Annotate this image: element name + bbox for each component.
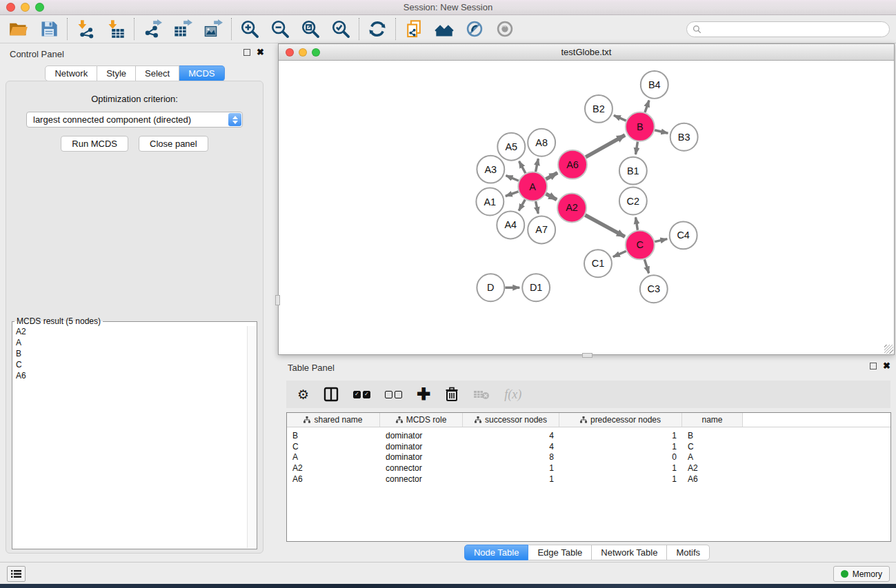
- graph-node-a7[interactable]: A7: [528, 216, 555, 243]
- tab-select[interactable]: Select: [136, 65, 179, 81]
- zoom-in-icon[interactable]: [239, 19, 260, 39]
- graph-edge-c-c2[interactable]: [636, 217, 638, 230]
- graph-node-d1[interactable]: D1: [522, 274, 550, 301]
- close-panel-button[interactable]: Close panel: [139, 136, 208, 152]
- hide-graphics-details-icon[interactable]: [464, 19, 485, 39]
- column-header-successor-nodes[interactable]: successor nodes: [463, 413, 559, 427]
- result-list-scrollbar[interactable]: [247, 326, 256, 548]
- mcds-result-item[interactable]: A: [13, 337, 247, 348]
- close-table-panel-icon[interactable]: ✖: [883, 363, 890, 369]
- tab-node-table[interactable]: Node Table: [464, 545, 529, 560]
- column-header-mcds-role[interactable]: MCDS role: [380, 413, 463, 427]
- graph-edge-a6-b[interactable]: [586, 135, 625, 157]
- graph-node-b1[interactable]: B1: [619, 157, 647, 185]
- zoom-out-icon[interactable]: [270, 19, 290, 39]
- graph-edge-a-a6[interactable]: [546, 173, 557, 179]
- clone-network-icon[interactable]: [404, 19, 424, 39]
- refresh-icon[interactable]: [367, 19, 388, 39]
- search-box[interactable]: [686, 21, 890, 37]
- column-visibility-icon[interactable]: [323, 386, 339, 403]
- graph-node-a5[interactable]: A5: [497, 133, 525, 161]
- tab-mcds[interactable]: MCDS: [179, 65, 224, 81]
- tab-style[interactable]: Style: [97, 65, 136, 81]
- save-session-icon[interactable]: [39, 19, 59, 39]
- float-panel-icon[interactable]: [243, 49, 250, 56]
- zoom-selected-icon[interactable]: [330, 19, 351, 39]
- graph-node-b3[interactable]: B3: [670, 123, 698, 151]
- graph-edge-b-b4[interactable]: [645, 101, 649, 112]
- graph-node-c4[interactable]: C4: [670, 221, 697, 249]
- add-column-icon[interactable]: ✚: [417, 386, 430, 403]
- table-row[interactable]: A6connector11A6: [287, 474, 890, 485]
- graph-node-a3[interactable]: A3: [477, 156, 504, 183]
- column-header-name[interactable]: name: [682, 413, 743, 427]
- export-table-icon[interactable]: [172, 19, 193, 39]
- graph-node-c[interactable]: C: [626, 230, 655, 259]
- graph-node-a[interactable]: A: [518, 172, 547, 201]
- column-header-predecessor-nodes[interactable]: predecessor nodes: [559, 413, 682, 427]
- column-header-shared-name[interactable]: shared name: [287, 413, 380, 427]
- import-table-icon[interactable]: [106, 19, 126, 39]
- table-row[interactable]: A2connector11A2: [287, 463, 890, 474]
- window-resize-grip[interactable]: [884, 345, 893, 354]
- graph-edge-a-a1[interactable]: [506, 192, 519, 196]
- minimize-window-button[interactable]: [21, 3, 30, 12]
- memory-button[interactable]: Memory: [833, 566, 890, 582]
- graph-edge-b-b3[interactable]: [655, 130, 668, 133]
- tab-motifs[interactable]: Motifs: [667, 545, 710, 560]
- maximize-window-button[interactable]: [35, 3, 44, 12]
- tab-network[interactable]: Network: [45, 65, 97, 81]
- mcds-result-item[interactable]: B: [13, 348, 247, 359]
- graph-edge-a-a7[interactable]: [536, 201, 539, 214]
- mcds-result-item[interactable]: A6: [13, 370, 247, 381]
- graph-edge-c-c4[interactable]: [655, 239, 667, 242]
- network-canvas[interactable]: B4B2BB3A8A5A6A3B1AA1C2A2A4A7C4CC1C3DD1: [279, 61, 894, 354]
- tab-edge-table[interactable]: Edge Table: [528, 545, 592, 560]
- graph-edge-a-a2[interactable]: [546, 194, 557, 200]
- graph-node-d[interactable]: D: [477, 274, 504, 301]
- graph-edge-b-b2[interactable]: [614, 115, 626, 121]
- graph-node-c2[interactable]: C2: [619, 187, 647, 215]
- graph-node-a6[interactable]: A6: [558, 150, 587, 179]
- canvas-left-grip[interactable]: [275, 295, 280, 305]
- open-session-icon[interactable]: [8, 19, 29, 39]
- optimization-criterion-select[interactable]: largest connected component (directed): [26, 112, 243, 128]
- graph-node-a1[interactable]: A1: [476, 188, 504, 216]
- graph-node-b2[interactable]: B2: [585, 95, 613, 123]
- search-input[interactable]: [705, 25, 884, 34]
- graph-edge-a2-c[interactable]: [585, 215, 625, 236]
- task-history-button[interactable]: [7, 566, 26, 582]
- home-icon[interactable]: [434, 19, 455, 39]
- delete-column-icon[interactable]: [445, 386, 459, 403]
- network-close-button[interactable]: [286, 48, 294, 57]
- export-image-icon[interactable]: [203, 19, 223, 39]
- network-graph[interactable]: B4B2BB3A8A5A6A3B1AA1C2A2A4A7C4CC1C3DD1: [279, 61, 894, 354]
- export-network-icon[interactable]: [142, 19, 163, 39]
- mcds-result-item[interactable]: C: [13, 359, 247, 370]
- float-table-panel-icon[interactable]: [870, 363, 877, 369]
- close-panel-icon[interactable]: ✖: [257, 49, 264, 56]
- network-window-titlebar[interactable]: testGlobe.txt: [279, 44, 894, 61]
- table-row[interactable]: Cdominator41C: [287, 441, 890, 452]
- network-maximize-button[interactable]: [312, 48, 320, 57]
- import-network-icon[interactable]: [75, 19, 96, 39]
- tab-network-table[interactable]: Network Table: [592, 545, 667, 560]
- graph-node-b4[interactable]: B4: [641, 71, 668, 99]
- graph-node-a2[interactable]: A2: [557, 194, 586, 223]
- network-minimize-button[interactable]: [299, 48, 307, 57]
- graph-edge-a-a4[interactable]: [519, 200, 525, 211]
- graph-node-b[interactable]: B: [626, 112, 655, 141]
- graph-node-a8[interactable]: A8: [528, 129, 555, 156]
- graph-node-c3[interactable]: C3: [640, 275, 668, 303]
- graph-edge-b-b1[interactable]: [636, 141, 638, 154]
- close-window-button[interactable]: [6, 3, 15, 12]
- deselect-all-icon[interactable]: [385, 386, 402, 403]
- run-mcds-button[interactable]: Run MCDS: [61, 136, 128, 152]
- zoom-fit-icon[interactable]: [300, 19, 321, 39]
- graph-node-a4[interactable]: A4: [497, 211, 524, 239]
- graph-edge-c-c1[interactable]: [613, 251, 626, 256]
- mcds-result-item[interactable]: A2: [13, 326, 247, 337]
- table-options-gear-icon[interactable]: ⚙: [297, 386, 309, 403]
- graph-edge-a-a3[interactable]: [506, 176, 518, 181]
- show-hide-eye-icon[interactable]: [495, 19, 515, 39]
